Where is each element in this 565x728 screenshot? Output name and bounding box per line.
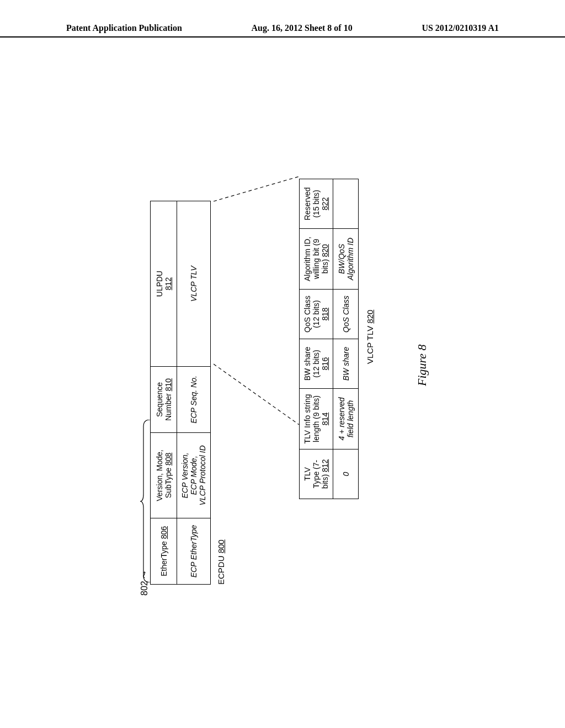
ecp-ethertype-header: EtherType 806	[151, 518, 177, 585]
ecpdu-table: EtherType 806 Version, Mode,SubType 808 …	[150, 201, 211, 585]
tlv-type-value: 0	[333, 449, 359, 499]
tlv-algid-value: BW/QoSAlgorithm ID	[333, 229, 359, 290]
tlv-algid-header: Algorithm ID,willing bit (9bits) 820	[300, 229, 333, 290]
table-row: ECP EtherType ECP Version,ECP Mode,VLCP …	[177, 201, 211, 585]
page-header: Patent Application Publication Aug. 16, …	[0, 23, 565, 38]
connector-line-left	[214, 182, 302, 425]
table-row: TLVType (7-bits) 812 TLV Info stringleng…	[300, 179, 333, 499]
svg-line-1	[214, 176, 299, 201]
connector-line-right	[214, 176, 302, 342]
tlv-reserved-value	[333, 179, 359, 229]
header-center: Aug. 16, 2012 Sheet 8 of 10	[252, 23, 353, 33]
vlcp-tlv-table: TLVType (7-bits) 812 TLV Info stringleng…	[299, 179, 359, 499]
table-row: EtherType 806 Version, Mode,SubType 808 …	[151, 201, 177, 585]
table-row: 0 4 + reservedfield length BW share QoS …	[333, 179, 359, 499]
tlv-qosclass-value: QoS Class	[333, 290, 359, 339]
tlv-type-header: TLVType (7-bits) 812	[300, 449, 333, 499]
ecp-seq-value: ECP Seq. No.	[177, 367, 211, 433]
ecp-vlcp-tlv-value: VLCP TLV	[177, 201, 211, 367]
ecp-ulpdu-header: ULPDU812	[151, 201, 177, 367]
ecp-ethertype-value: ECP EtherType	[177, 518, 211, 585]
tlv-qosclass-header: QoS Class(12 bits)818	[300, 290, 333, 339]
ecp-sequence-header: SequenceNumber 810	[151, 367, 177, 433]
header-right: US 2012/0210319 A1	[422, 23, 499, 33]
tlv-info-length-value: 4 + reservedfield length	[333, 389, 359, 449]
tlv-bwshare-header: BW share(12 bits)816	[300, 339, 333, 389]
tlv-bwshare-value: BW share	[333, 339, 359, 389]
ecp-version-mode-header: Version, Mode,SubType 808	[151, 433, 177, 518]
figure-8-diagram: 802 ⤳ EtherType 806 Version, Mode,SubTyp…	[89, 88, 476, 640]
svg-line-0	[214, 364, 299, 425]
figure-caption: Figure 8	[415, 344, 429, 386]
tlv-info-length-header: TLV Info stringlength (9 bits)814	[300, 389, 333, 449]
figure-container-rotated: 802 ⤳ EtherType 806 Version, Mode,SubTyp…	[89, 88, 476, 640]
tlv-reserved-header: Reserved(15 bits)822	[300, 179, 333, 229]
vlcp-tlv-label: VLCP TLV 820	[365, 310, 375, 364]
brace-icon	[140, 420, 150, 582]
ecp-version-mode-value: ECP Version,ECP Mode,VLCP Protocol ID	[177, 433, 211, 518]
header-left: Patent Application Publication	[66, 23, 182, 33]
ecpdu-label: ECPDU 800	[216, 539, 226, 585]
